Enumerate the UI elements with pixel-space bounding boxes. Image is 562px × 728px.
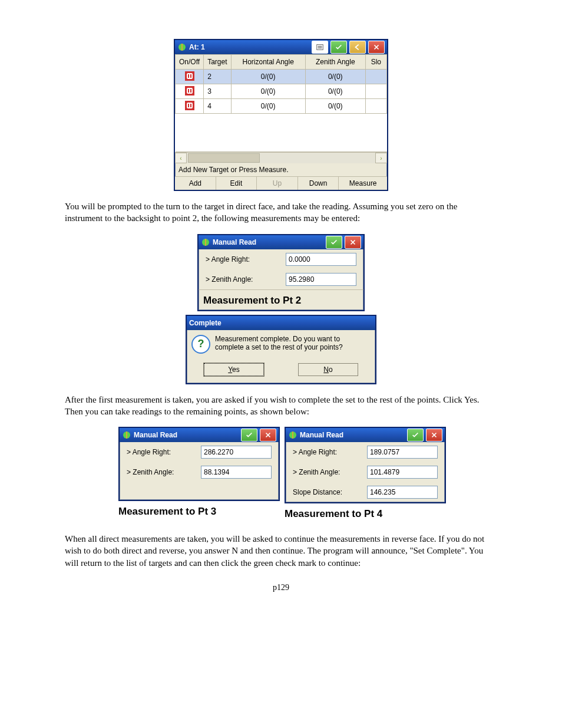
back-button[interactable]	[349, 41, 366, 54]
col-hang: Horizontal Angle	[231, 55, 305, 70]
zenith-angle-label: > Zenith Angle:	[127, 468, 201, 476]
manual-read-window-pt2: Manual Read > Angle Right: > Zenith Angl…	[197, 234, 365, 311]
ok-button[interactable]	[241, 429, 257, 442]
manual-read-pair: Manual Read > Angle Right: > Zenith Angl…	[65, 427, 497, 523]
zenith-angle-input[interactable]	[286, 273, 356, 286]
window-title: Manual Read	[300, 431, 343, 439]
zenith-angle-row: > Zenith Angle:	[120, 462, 279, 482]
manual-read-window-pt3: Manual Read > Angle Right: > Zenith Angl…	[118, 427, 280, 501]
measurement-caption: Measurement to Pt 4	[285, 503, 444, 523]
target-status-icon	[176, 70, 204, 84]
scroll-thumb[interactable]	[188, 153, 260, 163]
slope-distance-input[interactable]	[367, 486, 438, 499]
titlebar: Manual Read	[199, 235, 363, 249]
angle-right-label: > Angle Right:	[293, 448, 367, 456]
add-button[interactable]: Add	[175, 177, 216, 190]
svg-rect-1	[181, 44, 183, 51]
no-button[interactable]: No	[298, 363, 358, 376]
zenith-angle-row: > Zenith Angle:	[199, 269, 363, 289]
app-logo-icon	[201, 238, 210, 247]
svg-rect-4	[205, 239, 206, 246]
table-empty-area	[176, 114, 387, 152]
zenith-angle-row: > Zenith Angle:	[286, 462, 445, 482]
close-button[interactable]	[426, 429, 442, 442]
ok-button[interactable]	[407, 429, 424, 442]
angle-right-input[interactable]	[286, 253, 356, 266]
angle-right-row: > Angle Right:	[120, 442, 279, 462]
manual-read-window-pt4: Manual Read > Angle Right: > Zenith Angl…	[285, 427, 446, 503]
target-id: 4	[204, 99, 231, 114]
target-status-icon	[176, 84, 204, 99]
window-title: Manual Read	[213, 238, 256, 246]
measure-button[interactable]: Measure	[339, 177, 387, 190]
titlebar: Manual Read	[286, 428, 445, 442]
angle-right-input[interactable]	[201, 446, 272, 459]
dialog-message: Measurement complete. Do you want to com…	[215, 335, 371, 354]
scroll-left-icon[interactable]: ‹	[175, 153, 187, 163]
down-button[interactable]: Down	[298, 177, 339, 190]
window-title: At: 1	[189, 43, 205, 51]
up-button: Up	[257, 177, 298, 190]
button-row: Add Edit Up Down Measure	[175, 176, 387, 190]
table-row[interactable]: 2 0/(0) 0/(0)	[176, 70, 387, 84]
target-id: 2	[204, 70, 231, 84]
targets-window: At: 1 On/Off Target Horizontal Angle Zen…	[174, 39, 388, 191]
col-onoff: On/Off	[176, 55, 204, 70]
zenith-angle-input[interactable]	[201, 466, 272, 479]
dialog-buttons: Yes No	[187, 358, 375, 383]
svg-rect-8	[292, 431, 293, 439]
cell-zang: 0/(0)	[305, 99, 365, 114]
measurement-caption: Measurement to Pt 2	[199, 289, 363, 310]
zenith-angle-label: > Zenith Angle:	[293, 468, 367, 476]
window-title: Complete	[189, 319, 222, 327]
table-row[interactable]: 4 0/(0) 0/(0)	[176, 99, 387, 114]
cell-hang: 0/(0)	[231, 99, 305, 114]
window-title: Manual Read	[134, 431, 177, 439]
settings-icon[interactable]	[312, 41, 328, 54]
dialog-body: ? Measurement complete. Do you want to c…	[187, 330, 375, 358]
svg-rect-6	[126, 431, 127, 439]
cell-slope	[365, 99, 386, 114]
app-logo-icon	[288, 430, 297, 440]
ok-button[interactable]	[326, 236, 342, 249]
measurement-caption: Measurement to Pt 3	[118, 501, 277, 521]
cell-slope	[365, 84, 386, 99]
scroll-right-icon[interactable]: ›	[375, 153, 387, 163]
slope-distance-row: Slope Distance:	[286, 482, 445, 502]
close-button[interactable]	[368, 41, 385, 54]
cell-slope	[365, 70, 386, 84]
angle-right-row: > Angle Right:	[199, 249, 363, 269]
close-button[interactable]	[260, 429, 276, 442]
angle-right-label: > Angle Right:	[127, 448, 201, 456]
table-header-row: On/Off Target Horizontal Angle Zenith An…	[176, 55, 387, 70]
col-zang: Zenith Angle	[305, 55, 365, 70]
close-button[interactable]	[345, 236, 361, 249]
body-paragraph: When all direct measurements are taken, …	[65, 533, 497, 569]
cell-hang: 0/(0)	[231, 84, 305, 99]
zenith-angle-label: > Zenith Angle:	[206, 275, 286, 284]
ok-button[interactable]	[330, 41, 347, 54]
table-row[interactable]: 3 0/(0) 0/(0)	[176, 84, 387, 99]
titlebar: Complete	[187, 316, 375, 330]
page-number: p129	[65, 583, 497, 592]
complete-dialog: Complete ? Measurement complete. Do you …	[186, 315, 376, 384]
target-status-icon	[176, 99, 204, 114]
cell-zang: 0/(0)	[305, 84, 365, 99]
titlebar: Manual Read	[120, 428, 279, 442]
status-text: Add New Target or Press Measure.	[175, 163, 387, 176]
targets-table: On/Off Target Horizontal Angle Zenith An…	[175, 54, 387, 152]
target-id: 3	[204, 84, 231, 99]
yes-button[interactable]: Yes	[204, 363, 264, 376]
col-target: Target	[204, 55, 231, 70]
cell-zang: 0/(0)	[305, 70, 365, 84]
app-logo-icon	[122, 430, 131, 440]
edit-button[interactable]: Edit	[216, 177, 257, 190]
cell-hang: 0/(0)	[231, 70, 305, 84]
question-icon: ?	[191, 335, 210, 354]
angle-right-input[interactable]	[367, 446, 438, 459]
angle-right-label: > Angle Right:	[206, 255, 286, 263]
horizontal-scrollbar[interactable]: ‹ ›	[175, 152, 387, 163]
angle-right-row: > Angle Right:	[286, 442, 445, 462]
app-logo-icon	[177, 42, 187, 52]
zenith-angle-input[interactable]	[367, 466, 438, 479]
